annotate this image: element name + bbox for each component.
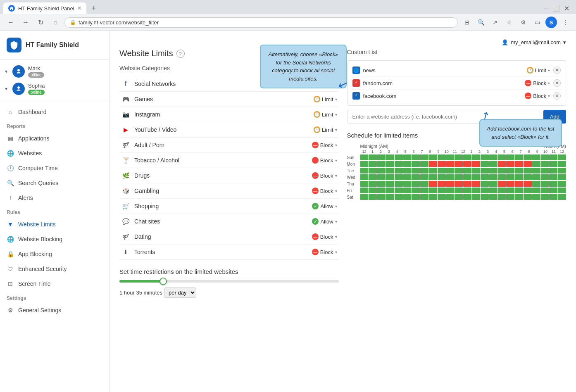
schedule-cell[interactable] <box>369 181 377 187</box>
schedule-cell[interactable] <box>489 181 497 187</box>
schedule-cell[interactable] <box>403 161 412 167</box>
schedule-cell[interactable] <box>455 174 463 180</box>
schedule-cell[interactable] <box>524 154 532 160</box>
schedule-cell[interactable] <box>429 194 437 200</box>
schedule-cell[interactable] <box>549 194 557 200</box>
schedule-cell[interactable] <box>455 188 463 193</box>
schedule-cell[interactable] <box>472 161 480 167</box>
schedule-cell[interactable] <box>489 194 497 200</box>
schedule-cell[interactable] <box>429 181 437 187</box>
schedule-cell[interactable] <box>472 181 480 187</box>
schedule-cell[interactable] <box>541 194 549 200</box>
schedule-cell[interactable] <box>558 154 566 160</box>
dropdown-arrow-games[interactable]: ▾ <box>335 97 337 102</box>
schedule-cell[interactable] <box>360 188 369 193</box>
schedule-cell[interactable] <box>438 161 446 167</box>
bookmark-button[interactable]: ☆ <box>503 17 515 28</box>
schedule-cell[interactable] <box>403 181 412 187</box>
schedule-cell[interactable] <box>481 161 489 167</box>
schedule-cell[interactable] <box>532 181 540 187</box>
schedule-cell[interactable] <box>463 174 471 180</box>
sidebar-item-website-blocking[interactable]: 🌐 Website Blocking <box>0 232 109 247</box>
schedule-cell[interactable] <box>386 154 394 160</box>
schedule-cell[interactable] <box>524 181 532 187</box>
schedule-cell[interactable] <box>515 168 523 173</box>
sidebar-item-app-blocking[interactable]: 🔒 App Blocking <box>0 247 109 261</box>
dropdown-arrow-instagram[interactable]: ▾ <box>335 112 337 117</box>
action-games[interactable]: 🕐 Limit ▾ <box>314 96 337 102</box>
schedule-cell[interactable] <box>429 174 437 180</box>
dropdown-arrow-torrents[interactable]: ▾ <box>335 250 337 254</box>
schedule-cell[interactable] <box>369 161 377 167</box>
action-tobacco[interactable]: — Block ▾ <box>312 157 337 164</box>
schedule-cell[interactable] <box>369 188 377 193</box>
schedule-cell[interactable] <box>360 168 369 173</box>
schedule-cell[interactable] <box>463 194 471 200</box>
zoom-button[interactable]: 🔍 <box>475 17 487 28</box>
schedule-cell[interactable] <box>472 174 480 180</box>
schedule-cell[interactable] <box>549 188 557 193</box>
schedule-cell[interactable] <box>446 181 455 187</box>
schedule-cell[interactable] <box>498 154 506 160</box>
action-adult[interactable]: — Block ▾ <box>312 142 337 148</box>
active-tab[interactable]: HT Family Shield Panel × <box>3 2 86 14</box>
schedule-cell[interactable] <box>429 154 437 160</box>
schedule-cell[interactable] <box>549 161 557 167</box>
schedule-cell[interactable] <box>549 154 557 160</box>
reload-button[interactable]: ↻ <box>35 17 46 28</box>
schedule-cell[interactable] <box>360 161 369 167</box>
schedule-cell[interactable] <box>524 168 532 173</box>
schedule-cell[interactable] <box>446 161 455 167</box>
schedule-cell[interactable] <box>412 168 420 173</box>
sidebar-item-search-queries[interactable]: 🔍 Search Queries <box>0 176 109 190</box>
action-shopping[interactable]: ✓ Allow ▾ <box>312 203 337 209</box>
schedule-cell[interactable] <box>360 181 369 187</box>
sidebar-item-computer-time[interactable]: 🕐 Computer Time <box>0 161 109 176</box>
action-youtube[interactable]: 🕐 Limit ▾ <box>314 126 337 133</box>
schedule-cell[interactable] <box>541 154 549 160</box>
remove-news-button[interactable]: ✕ <box>553 67 561 74</box>
schedule-cell[interactable] <box>481 174 489 180</box>
schedule-cell[interactable] <box>463 168 471 173</box>
schedule-cell[interactable] <box>558 188 566 193</box>
schedule-cell[interactable] <box>506 181 514 187</box>
action-instagram[interactable]: 🕐 Limit ▾ <box>314 111 337 118</box>
schedule-cell[interactable] <box>395 168 403 173</box>
schedule-cell[interactable] <box>549 181 557 187</box>
back-button[interactable]: ← <box>5 17 17 28</box>
schedule-cell[interactable] <box>498 194 506 200</box>
schedule-cell[interactable] <box>369 194 377 200</box>
schedule-cell[interactable] <box>472 194 480 200</box>
profile-button[interactable]: S <box>545 17 557 28</box>
schedule-cell[interactable] <box>420 181 428 187</box>
schedule-cell[interactable] <box>429 168 437 173</box>
schedule-cell[interactable] <box>455 181 463 187</box>
dropdown-arrow-chat[interactable]: ▾ <box>335 219 337 224</box>
dropdown-arrow-drugs[interactable]: ▾ <box>335 173 337 178</box>
schedule-cell[interactable] <box>489 161 497 167</box>
translate-button[interactable]: ⊟ <box>461 17 473 28</box>
schedule-cell[interactable] <box>360 194 369 200</box>
extensions-button[interactable]: ⚙ <box>517 17 529 28</box>
schedule-cell[interactable] <box>386 168 394 173</box>
menu-button[interactable]: ⋮ <box>559 17 571 28</box>
remove-facebook-button[interactable]: ✕ <box>553 92 561 100</box>
schedule-cell[interactable] <box>369 174 377 180</box>
schedule-cell[interactable] <box>541 174 549 180</box>
schedule-cell[interactable] <box>463 181 471 187</box>
schedule-cell[interactable] <box>420 161 428 167</box>
sidebar-item-website-limits[interactable]: ▼ Website Limits <box>0 217 109 232</box>
dropdown-arrow-fandom[interactable]: ▾ <box>548 81 550 86</box>
schedule-cell[interactable] <box>532 154 540 160</box>
schedule-cell[interactable] <box>420 154 428 160</box>
share-button[interactable]: ↗ <box>489 17 501 28</box>
schedule-cell[interactable] <box>558 174 566 180</box>
schedule-cell[interactable] <box>412 194 420 200</box>
schedule-cell[interactable] <box>506 188 514 193</box>
address-bar[interactable]: 🔒 family.ht-vector.com/website_filter <box>64 17 458 28</box>
dropdown-arrow-shopping[interactable]: ▾ <box>335 204 337 209</box>
schedule-cell[interactable] <box>429 188 437 193</box>
schedule-cell[interactable] <box>515 161 523 167</box>
action-drugs[interactable]: — Block ▾ <box>312 172 337 179</box>
schedule-cell[interactable] <box>429 161 437 167</box>
